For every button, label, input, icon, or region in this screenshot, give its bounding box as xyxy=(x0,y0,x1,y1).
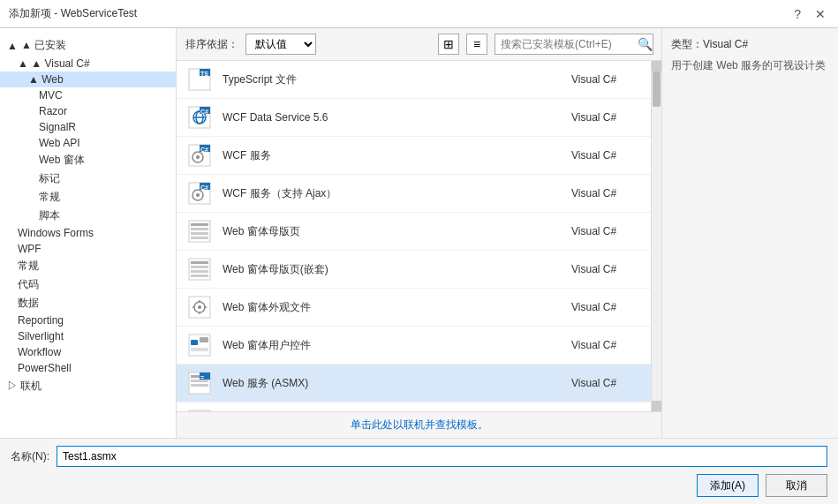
file-icon-master xyxy=(185,217,214,245)
data-item[interactable]: 数据 xyxy=(0,294,176,312)
svg-text:C#: C# xyxy=(200,109,208,115)
table-row[interactable]: C# WCF 服务（支持 Ajax） Visual C# xyxy=(177,175,651,213)
svg-text:TS: TS xyxy=(200,71,208,77)
file-icon-master2 xyxy=(185,255,214,283)
svg-rect-42 xyxy=(191,380,208,382)
search-icon[interactable]: 🔍 xyxy=(638,37,653,51)
svg-rect-28 xyxy=(191,275,208,277)
reporting-item[interactable]: Reporting xyxy=(0,312,176,328)
scrollbar[interactable] xyxy=(651,61,661,411)
svg-rect-26 xyxy=(191,266,208,268)
table-row[interactable]: Web 窗体外观文件 Visual C# xyxy=(177,289,651,327)
installed-triangle: ▲ xyxy=(7,40,18,52)
script-item[interactable]: 脚本 xyxy=(0,207,176,225)
add-button[interactable]: 添加(A) xyxy=(697,474,759,497)
web-triangle: ▲ xyxy=(28,73,42,86)
file-icon-wcf2: C# xyxy=(185,141,214,169)
file-name: Web 窗体外观文件 xyxy=(223,300,562,315)
signalr-item[interactable]: SignalR xyxy=(0,119,176,135)
description-text: 用于创建 Web 服务的可视设计类 xyxy=(671,57,829,73)
file-icon-wcf3: C# xyxy=(185,179,214,207)
cancel-button[interactable]: 取消 xyxy=(766,474,827,497)
visual-csharp-item[interactable]: ▲ ▲ Visual C# xyxy=(0,56,176,71)
sort-label: 排序依据： xyxy=(185,37,238,52)
file-tag: Visual C# xyxy=(571,149,642,162)
normal-item[interactable]: 常规 xyxy=(0,257,176,275)
sort-select[interactable]: 默认值 名称 类型 xyxy=(245,34,316,55)
svg-point-31 xyxy=(198,305,201,309)
svg-rect-37 xyxy=(191,340,198,345)
powershell-item[interactable]: PowerShell xyxy=(0,360,176,376)
toolbar: 排序依据： 默认值 名称 类型 ⊞ ≡ 🔍 xyxy=(177,28,661,61)
file-name: TypeScript 文件 xyxy=(223,72,562,87)
table-row[interactable]: C# WCF Data Service 5.6 Visual C# xyxy=(177,99,651,137)
file-name: Web 窗体母版页(嵌套) xyxy=(223,262,562,277)
file-icon-ts: TS xyxy=(185,65,214,94)
windows-forms-item[interactable]: Windows Forms xyxy=(0,225,176,241)
svg-rect-38 xyxy=(200,337,208,342)
svg-rect-25 xyxy=(191,261,208,264)
file-icon-control xyxy=(185,331,214,359)
svg-rect-27 xyxy=(191,270,208,273)
file-name: Web 服务 (ASMX) xyxy=(223,376,562,391)
vcsharp-triangle: ▲ xyxy=(18,57,31,70)
file-list-container: TS TypeScript 文件 Visual C# xyxy=(177,61,661,411)
mvc-item[interactable]: MVC xyxy=(0,87,176,103)
window-controls: ? ✕ xyxy=(790,7,829,21)
svg-rect-20 xyxy=(191,223,208,226)
svg-rect-21 xyxy=(191,228,208,230)
list-view-btn[interactable]: ≡ xyxy=(466,34,487,55)
help-btn[interactable]: ? xyxy=(790,7,804,21)
search-input[interactable] xyxy=(494,34,653,55)
vcsharp-label: ▲ Visual C# xyxy=(31,57,89,70)
name-label: 名称(N): xyxy=(11,449,49,464)
file-name: WCF 服务 xyxy=(223,148,562,163)
wpf-item[interactable]: WPF xyxy=(0,241,176,257)
webforms-item[interactable]: Web 窗体 xyxy=(0,151,176,169)
file-tag: Visual C# xyxy=(571,73,642,86)
window-title: 添加新项 - WebServiceTest xyxy=(9,6,137,21)
machine-label: ▷ 联机 xyxy=(7,379,42,394)
type-label: 类型：Visual C# xyxy=(671,37,829,52)
webapi-item[interactable]: Web API xyxy=(0,135,176,151)
workflow-item[interactable]: Workflow xyxy=(0,344,176,360)
file-icon-skin xyxy=(185,293,214,321)
table-row[interactable]: Web 窗体母版页(嵌套) Visual C# xyxy=(177,251,651,289)
table-row[interactable]: C# WCF 服务 Visual C# xyxy=(177,137,651,175)
normal-sub-item[interactable]: 常规 xyxy=(0,188,176,207)
list-icon: ≡ xyxy=(473,37,480,51)
table-row[interactable]: Web 配置文件 Visual C# xyxy=(177,402,651,411)
web-item[interactable]: ▲ Web xyxy=(0,71,176,87)
name-row: 名称(N): xyxy=(11,446,827,467)
silverlight-item[interactable]: Silverlight xyxy=(0,328,176,344)
bottom-area: 名称(N): 添加(A) 取消 xyxy=(0,438,838,504)
razor-item[interactable]: Razor xyxy=(0,103,176,119)
file-name: Web 窗体母版页 xyxy=(223,224,562,239)
svg-text:=: = xyxy=(200,374,204,380)
btn-row: 添加(A) 取消 xyxy=(11,474,827,497)
file-tag: Visual C# xyxy=(571,225,642,237)
svg-point-16 xyxy=(196,193,200,197)
table-row[interactable]: TS TypeScript 文件 Visual C# xyxy=(177,61,651,99)
code-item[interactable]: 代码 xyxy=(0,275,176,294)
name-input[interactable] xyxy=(57,446,827,467)
svg-text:C#: C# xyxy=(200,184,208,191)
file-list: TS TypeScript 文件 Visual C# xyxy=(177,61,651,411)
close-btn[interactable]: ✕ xyxy=(812,7,829,21)
table-row[interactable]: = Web 服务 (ASMX) Visual C# xyxy=(177,365,651,402)
file-tag: Visual C# xyxy=(571,111,642,124)
svg-point-11 xyxy=(196,155,200,159)
find-templates-link[interactable]: 单击此处以联机并查找模板。 xyxy=(351,418,488,431)
file-tag: Visual C# xyxy=(571,339,642,351)
file-icon-wcf: C# xyxy=(185,103,214,132)
file-tag: Visual C# xyxy=(571,263,642,275)
file-name: WCF Data Service 5.6 xyxy=(223,111,562,124)
table-row[interactable]: Web 窗体母版页 Visual C# xyxy=(177,213,651,251)
file-name: WCF 服务（支持 Ajax） xyxy=(223,186,562,201)
markup-item[interactable]: 标记 xyxy=(0,169,176,188)
installed-section[interactable]: ▲ ▲ 已安装 xyxy=(0,35,176,56)
grid-view-btn[interactable]: ⊞ xyxy=(438,34,459,55)
right-panel: 类型：Visual C# 用于创建 Web 服务的可视设计类 xyxy=(661,28,838,438)
table-row[interactable]: Web 窗体用户控件 Visual C# xyxy=(177,327,651,365)
machine-section[interactable]: ▷ 联机 xyxy=(0,376,176,396)
